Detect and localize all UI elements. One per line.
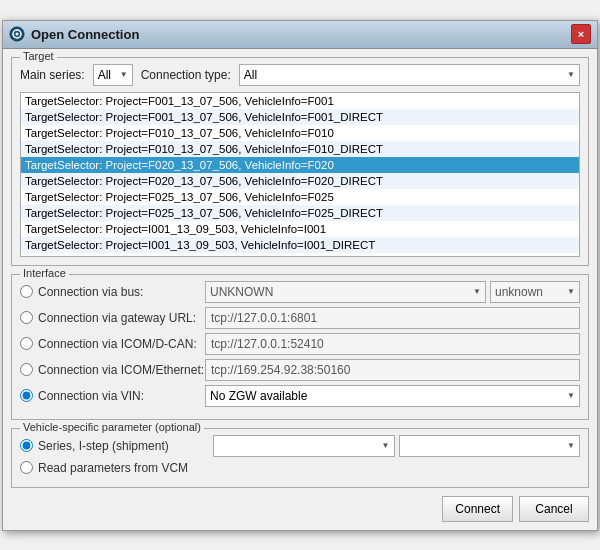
vehicle-params-group: Vehicle-specific parameter (optional) Se…: [11, 428, 589, 488]
open-connection-window: Open Connection × Target Main series: Al…: [2, 20, 598, 531]
icom-dcan-label-text: Connection via ICOM/D-CAN:: [38, 337, 197, 351]
icom-eth-radio[interactable]: [20, 363, 33, 376]
title-bar: Open Connection ×: [3, 21, 597, 49]
connection-type-combo[interactable]: All ▼: [239, 64, 580, 86]
window-title: Open Connection: [31, 27, 139, 42]
vin-combo[interactable]: No ZGW available ▼: [205, 385, 580, 407]
series-combos: ▼ ▼: [213, 435, 580, 457]
bus-combo1[interactable]: UNKNOWN ▼: [205, 281, 486, 303]
series-radio-label[interactable]: Series, I-step (shipment): [20, 439, 205, 453]
target-list[interactable]: TargetSelector: Project=F001_13_07_506, …: [20, 92, 580, 257]
icom-eth-label-text: Connection via ICOM/Ethernet:: [38, 363, 204, 377]
bus-value1: UNKNOWN: [210, 285, 273, 299]
main-series-label: Main series:: [20, 68, 85, 82]
series-radio[interactable]: [20, 439, 33, 452]
series-combo2-chevron-icon: ▼: [567, 441, 575, 450]
list-item[interactable]: TargetSelector: Project=F020_13_07_506, …: [21, 173, 579, 189]
list-item[interactable]: TargetSelector: Project=F001_13_07_506, …: [21, 109, 579, 125]
bus-radio[interactable]: [20, 285, 33, 298]
list-item[interactable]: TargetSelector: Project=F010_13_07_506, …: [21, 141, 579, 157]
read-vcm-label-text: Read parameters from VCM: [38, 461, 188, 475]
main-series-value: All: [98, 68, 111, 82]
vin-value: No ZGW available: [210, 389, 307, 403]
series-combo2[interactable]: ▼: [399, 435, 581, 457]
gateway-label-text: Connection via gateway URL:: [38, 311, 196, 325]
close-button[interactable]: ×: [571, 24, 591, 44]
icom-dcan-field: tcp://127.0.0.1:52410: [205, 333, 580, 355]
icom-eth-radio-label[interactable]: Connection via ICOM/Ethernet:: [20, 363, 205, 377]
connection-type-label: Connection type:: [141, 68, 231, 82]
bus-combo2-chevron-icon: ▼: [567, 287, 575, 296]
list-item[interactable]: TargetSelector: Project=K001_13_08_500, …: [21, 253, 579, 257]
series-combo1-chevron-icon: ▼: [382, 441, 390, 450]
connection-type-value: All: [244, 68, 257, 82]
main-series-chevron-icon: ▼: [120, 70, 128, 79]
title-bar-left: Open Connection: [9, 26, 139, 42]
bus-combo1-chevron-icon: ▼: [473, 287, 481, 296]
main-series-combo[interactable]: All ▼: [93, 64, 133, 86]
connection-type-chevron-icon: ▼: [567, 70, 575, 79]
app-icon: [9, 26, 25, 42]
list-item[interactable]: TargetSelector: Project=F020_13_07_506, …: [21, 157, 579, 173]
vin-label-text: Connection via VIN:: [38, 389, 144, 403]
bus-label-text: Connection via bus:: [38, 285, 143, 299]
window-content: Target Main series: All ▼ Connection typ…: [3, 49, 597, 530]
vehicle-params-label: Vehicle-specific parameter (optional): [20, 421, 204, 433]
interface-group-label: Interface: [20, 267, 69, 279]
series-row: Series, I-step (shipment) ▼ ▼: [20, 435, 580, 457]
list-item[interactable]: TargetSelector: Project=F010_13_07_506, …: [21, 125, 579, 141]
vin-radio[interactable]: [20, 389, 33, 402]
bus-combo2[interactable]: unknown ▼: [490, 281, 580, 303]
read-vcm-radio[interactable]: [20, 461, 33, 474]
list-item[interactable]: TargetSelector: Project=I001_13_09_503, …: [21, 237, 579, 253]
icom-eth-row: Connection via ICOM/Ethernet: tcp://169.…: [20, 359, 580, 381]
read-vcm-row: Read parameters from VCM: [20, 461, 580, 475]
vin-radio-label[interactable]: Connection via VIN:: [20, 389, 205, 403]
icom-dcan-value: tcp://127.0.0.1:52410: [211, 337, 324, 351]
icom-eth-value: tcp://169.254.92.38:50160: [211, 363, 350, 377]
cancel-button[interactable]: Cancel: [519, 496, 589, 522]
list-item[interactable]: TargetSelector: Project=F025_13_07_506, …: [21, 189, 579, 205]
icom-dcan-row: Connection via ICOM/D-CAN: tcp://127.0.0…: [20, 333, 580, 355]
list-item[interactable]: TargetSelector: Project=I001_13_09_503, …: [21, 221, 579, 237]
target-group: Target Main series: All ▼ Connection typ…: [11, 57, 589, 266]
gateway-radio-label[interactable]: Connection via gateway URL:: [20, 311, 205, 325]
list-container: TargetSelector: Project=F001_13_07_506, …: [20, 92, 580, 257]
vin-row: Connection via VIN: No ZGW available ▼: [20, 385, 580, 407]
buttons-row: Connect Cancel: [11, 496, 589, 522]
list-item[interactable]: TargetSelector: Project=F001_13_07_506, …: [21, 93, 579, 109]
vin-chevron-icon: ▼: [567, 391, 575, 400]
series-combo1[interactable]: ▼: [213, 435, 395, 457]
icom-eth-field: tcp://169.254.92.38:50160: [205, 359, 580, 381]
connect-button[interactable]: Connect: [442, 496, 513, 522]
target-header: Main series: All ▼ Connection type: All …: [20, 64, 580, 86]
gateway-radio[interactable]: [20, 311, 33, 324]
bus-value2: unknown: [495, 285, 543, 299]
bus-row: Connection via bus: UNKNOWN ▼ unknown ▼: [20, 281, 580, 303]
gateway-row: Connection via gateway URL: tcp://127.0.…: [20, 307, 580, 329]
svg-point-2: [16, 33, 19, 36]
list-item[interactable]: TargetSelector: Project=F025_13_07_506, …: [21, 205, 579, 221]
interface-group: Interface Connection via bus: UNKNOWN ▼ …: [11, 274, 589, 420]
bus-radio-label[interactable]: Connection via bus:: [20, 285, 205, 299]
gateway-field: tcp://127.0.0.1:6801: [205, 307, 580, 329]
icom-dcan-radio[interactable]: [20, 337, 33, 350]
bus-combos: UNKNOWN ▼ unknown ▼: [205, 281, 580, 303]
series-label-text: Series, I-step (shipment): [38, 439, 169, 453]
read-vcm-radio-label[interactable]: Read parameters from VCM: [20, 461, 205, 475]
icom-dcan-radio-label[interactable]: Connection via ICOM/D-CAN:: [20, 337, 205, 351]
gateway-value: tcp://127.0.0.1:6801: [211, 311, 317, 325]
target-group-label: Target: [20, 50, 57, 62]
